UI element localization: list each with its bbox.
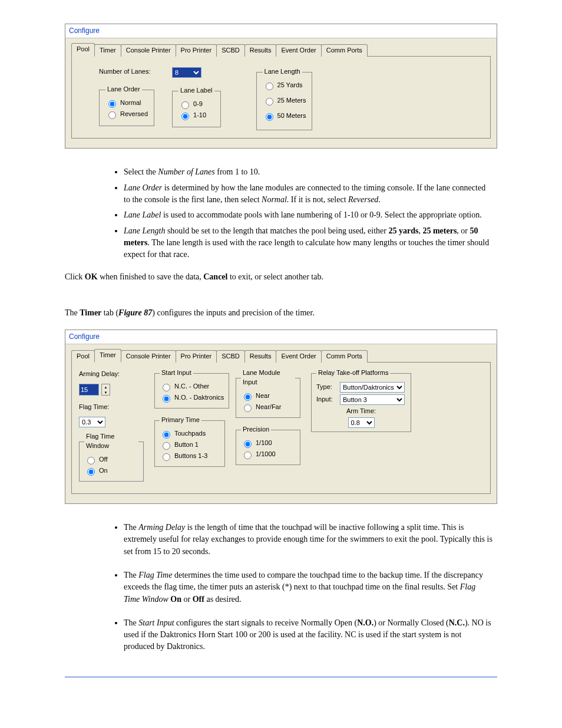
list-item: Lane Order is determined by how the lane… — [124, 182, 492, 206]
flag-time-combo[interactable]: 0.3 — [79, 417, 105, 427]
start-input-legend: Start Input — [160, 368, 193, 378]
list-item: The Start Input configures the start sig… — [124, 617, 492, 653]
arming-delay-input[interactable] — [79, 384, 99, 396]
tab-console-printer[interactable]: Console Printer — [121, 350, 176, 363]
lane-order-reversed-radio[interactable] — [108, 111, 116, 119]
primary-time-button1-label: Button 1 — [174, 440, 199, 450]
relay-platforms-legend: Relay Take-off Platforms — [316, 368, 390, 378]
lane-order-group: Lane Order Normal Reversed — [99, 85, 154, 126]
spin-down-icon[interactable]: ▼ — [102, 390, 110, 395]
number-of-lanes-row: Number of Lanes: — [99, 67, 154, 77]
lane-label-1-10-label: 1-10 — [193, 111, 206, 120]
tab-results[interactable]: Results — [244, 44, 277, 57]
lane-label-group: Lane Label 0-9 1-10 — [172, 86, 220, 127]
primary-time-buttons13-label: Buttons 1-3 — [174, 452, 207, 461]
precision-100-radio[interactable] — [244, 440, 252, 448]
flag-time-window-on-radio[interactable] — [87, 468, 95, 476]
tab-strip: Pool Timer Console Printer Pro Printer S… — [71, 349, 491, 363]
configure-dialog-pool: Configure Pool Timer Console Printer Pro… — [65, 24, 497, 149]
configure-dialog-timer: Configure Pool Timer Console Printer Pro… — [65, 330, 497, 504]
primary-time-legend: Primary Time — [160, 416, 201, 425]
pool-tab-description: Select the Number of Lanes from 1 to 10.… — [88, 166, 492, 319]
tab-scbd[interactable]: SCBD — [216, 350, 245, 363]
start-input-nc-label: N.C. - Other — [174, 382, 209, 391]
tab-pool[interactable]: Pool — [71, 350, 95, 363]
primary-time-touchpads-label: Touchpads — [174, 429, 206, 439]
relay-input-combo[interactable]: Button 3 — [340, 394, 405, 405]
tab-page-pool: Number of Lanes: Lane Order Normal Rever… — [71, 56, 491, 139]
lane-length-25-meters-label: 25 Meters — [277, 96, 306, 106]
flag-time-window-off-radio[interactable] — [87, 457, 95, 465]
flag-time-label: Flag Time: — [79, 403, 144, 412]
tab-pro-printer[interactable]: Pro Printer — [176, 350, 217, 363]
lane-label-0-9-label: 0-9 — [193, 100, 203, 109]
timer-tab-description: The Arming Delay is the length of time t… — [88, 522, 492, 653]
lane-length-group: Lane Length 25 Yards 25 Meters 50 Meters — [256, 67, 313, 130]
primary-time-buttons13-radio[interactable] — [163, 453, 170, 461]
list-item: Lane Length should be set to the length … — [124, 225, 492, 261]
lane-length-50-meters-label: 50 Meters — [277, 111, 306, 121]
lane-length-25-yards-label: 25 Yards — [277, 81, 303, 90]
tab-event-order[interactable]: Event Order — [276, 350, 321, 363]
lane-module-input-legend: Lane Module Input — [241, 368, 295, 387]
flag-time-window-off-label: Off — [99, 455, 107, 465]
spin-up-icon[interactable]: ▲ — [102, 384, 110, 390]
relay-input-label: Input: — [316, 395, 338, 404]
dialog-title: Configure — [65, 24, 497, 38]
timer-intro-paragraph: The Timer tab (Figure 87) configures the… — [65, 307, 492, 319]
lane-module-input-near-radio[interactable] — [244, 393, 252, 401]
relay-type-combo[interactable]: Button/Daktronics — [340, 382, 405, 393]
tab-strip: Pool Timer Console Printer Pro Printer S… — [71, 43, 491, 57]
dialog-title: Configure — [65, 330, 497, 344]
number-of-lanes-combo[interactable]: 8 — [172, 67, 201, 78]
precision-1000-label: 1/1000 — [256, 450, 276, 459]
lane-label-0-9-radio[interactable] — [181, 101, 189, 109]
tab-timer[interactable]: Timer — [94, 44, 121, 57]
lane-order-normal-label: Normal — [120, 98, 141, 108]
tab-pool[interactable]: Pool — [71, 43, 95, 57]
precision-100-label: 1/100 — [256, 439, 272, 448]
primary-time-button1-radio[interactable] — [163, 442, 170, 450]
tab-scbd[interactable]: SCBD — [216, 44, 245, 57]
arming-delay-label: Arming Delay: — [79, 370, 144, 379]
flag-time-window-group: Flag Time Window Off On — [79, 432, 144, 482]
start-input-nc-radio[interactable] — [163, 384, 170, 391]
start-input-no-radio[interactable] — [163, 395, 170, 403]
lane-order-normal-radio[interactable] — [108, 100, 116, 108]
relay-platforms-group: Relay Take-off Platforms Type: Button/Da… — [311, 368, 411, 432]
lane-length-25-meters-radio[interactable] — [266, 98, 273, 106]
precision-group: Precision 1/100 1/1000 — [236, 425, 300, 465]
timer-tab-bullets: The Arming Delay is the length of time t… — [124, 522, 492, 653]
tab-pro-printer[interactable]: Pro Printer — [176, 44, 217, 57]
flag-time-window-legend: Flag Time Window — [84, 432, 138, 451]
list-item: Lane Label is used to accommodate pools … — [124, 209, 492, 221]
tab-results[interactable]: Results — [244, 350, 277, 363]
lane-module-input-group: Lane Module Input Near Near/Far — [236, 368, 300, 418]
ok-cancel-paragraph: Click OK when finished to save the data,… — [65, 271, 492, 283]
number-of-lanes-label: Number of Lanes: — [99, 67, 150, 77]
lane-label-1-10-radio[interactable] — [181, 113, 189, 120]
lane-length-25-yards-radio[interactable] — [266, 83, 273, 90]
start-input-group: Start Input N.C. - Other N.O. - Daktroni… — [154, 368, 229, 409]
list-item: The Arming Delay is the length of time t… — [124, 522, 492, 558]
lane-module-input-nearfar-radio[interactable] — [244, 404, 252, 412]
tab-timer[interactable]: Timer — [94, 349, 121, 363]
page-footer-rule — [65, 677, 497, 677]
relay-type-label: Type: — [316, 383, 338, 392]
start-input-no-label: N.O. - Daktronics — [174, 393, 224, 403]
tab-event-order[interactable]: Event Order — [276, 44, 321, 57]
relay-arm-time-combo[interactable]: 0.8 — [348, 417, 375, 428]
lane-length-50-meters-radio[interactable] — [266, 113, 273, 121]
precision-1000-radio[interactable] — [244, 452, 252, 459]
lane-module-input-nearfar-label: Near/Far — [256, 403, 281, 412]
flag-time-window-on-label: On — [99, 466, 108, 476]
tab-comm-ports[interactable]: Comm Ports — [321, 350, 368, 363]
lane-label-legend: Lane Label — [178, 86, 214, 95]
arming-delay-spinner[interactable]: ▲▼ — [101, 384, 110, 396]
tab-comm-ports[interactable]: Comm Ports — [321, 44, 368, 57]
tab-console-printer[interactable]: Console Printer — [121, 44, 176, 57]
primary-time-group: Primary Time Touchpads Button 1 Buttons … — [154, 416, 225, 467]
precision-legend: Precision — [241, 425, 271, 434]
lane-order-reversed-label: Reversed — [120, 110, 148, 119]
primary-time-touchpads-radio[interactable] — [163, 431, 170, 439]
